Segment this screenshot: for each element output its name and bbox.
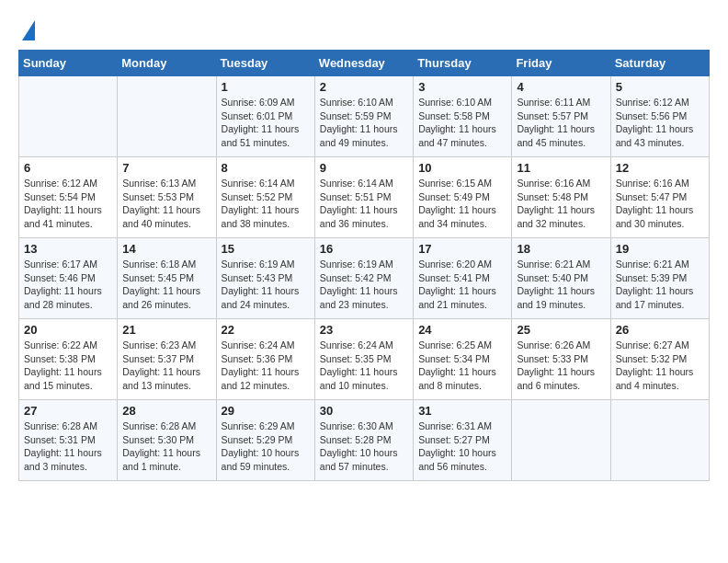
day-info: Sunrise: 6:12 AM Sunset: 5:54 PM Dayligh… (24, 177, 112, 231)
day-info: Sunrise: 6:28 AM Sunset: 5:31 PM Dayligh… (24, 419, 112, 474)
calendar-cell: 12Sunrise: 6:16 AM Sunset: 5:47 PM Dayli… (610, 157, 709, 238)
day-number: 17 (418, 242, 506, 256)
day-info: Sunrise: 6:27 AM Sunset: 5:32 PM Dayligh… (616, 339, 704, 393)
day-number: 14 (122, 242, 210, 256)
calendar-cell: 7Sunrise: 6:13 AM Sunset: 5:53 PM Daylig… (118, 157, 216, 238)
calendar-week-row: 1Sunrise: 6:09 AM Sunset: 6:01 PM Daylig… (19, 76, 710, 157)
day-info: Sunrise: 6:24 AM Sunset: 5:35 PM Dayligh… (320, 339, 408, 393)
day-number: 27 (24, 404, 112, 418)
calendar-cell: 3Sunrise: 6:10 AM Sunset: 5:58 PM Daylig… (414, 76, 512, 157)
calendar-cell: 19Sunrise: 6:21 AM Sunset: 5:39 PM Dayli… (610, 238, 709, 319)
calendar-table: SundayMondayTuesdayWednesdayThursdayFrid… (18, 50, 710, 481)
day-info: Sunrise: 6:19 AM Sunset: 5:42 PM Dayligh… (320, 258, 408, 312)
day-info: Sunrise: 6:15 AM Sunset: 5:49 PM Dayligh… (418, 177, 506, 231)
day-number: 8 (222, 161, 310, 175)
day-number: 3 (418, 80, 506, 94)
day-number: 31 (418, 404, 506, 418)
day-number: 13 (24, 242, 112, 256)
calendar-cell (610, 400, 709, 481)
day-info: Sunrise: 6:24 AM Sunset: 5:36 PM Dayligh… (222, 339, 310, 393)
calendar-header-row: SundayMondayTuesdayWednesdayThursdayFrid… (19, 51, 710, 76)
day-of-week-header: Tuesday (216, 51, 314, 76)
calendar-cell: 2Sunrise: 6:10 AM Sunset: 5:59 PM Daylig… (314, 76, 413, 157)
calendar-week-row: 20Sunrise: 6:22 AM Sunset: 5:38 PM Dayli… (19, 319, 710, 400)
day-number: 20 (24, 323, 112, 337)
calendar-week-row: 6Sunrise: 6:12 AM Sunset: 5:54 PM Daylig… (19, 157, 710, 238)
day-number: 7 (122, 161, 210, 175)
day-info: Sunrise: 6:16 AM Sunset: 5:47 PM Dayligh… (616, 177, 704, 231)
calendar-cell: 31Sunrise: 6:31 AM Sunset: 5:27 PM Dayli… (414, 400, 512, 481)
calendar-cell: 10Sunrise: 6:15 AM Sunset: 5:49 PM Dayli… (414, 157, 512, 238)
day-info: Sunrise: 6:23 AM Sunset: 5:37 PM Dayligh… (122, 339, 210, 393)
day-info: Sunrise: 6:16 AM Sunset: 5:48 PM Dayligh… (517, 177, 605, 231)
day-info: Sunrise: 6:20 AM Sunset: 5:41 PM Dayligh… (418, 258, 506, 312)
day-info: Sunrise: 6:11 AM Sunset: 5:57 PM Dayligh… (517, 96, 605, 150)
day-number: 23 (320, 323, 408, 337)
day-number: 2 (320, 80, 408, 94)
day-number: 18 (517, 242, 605, 256)
calendar-cell: 1Sunrise: 6:09 AM Sunset: 6:01 PM Daylig… (216, 76, 314, 157)
day-number: 21 (122, 323, 210, 337)
day-info: Sunrise: 6:13 AM Sunset: 5:53 PM Dayligh… (122, 177, 210, 231)
calendar-cell: 27Sunrise: 6:28 AM Sunset: 5:31 PM Dayli… (19, 400, 118, 481)
day-number: 5 (616, 80, 704, 94)
day-number: 25 (517, 323, 605, 337)
day-of-week-header: Sunday (19, 51, 118, 76)
calendar-cell: 15Sunrise: 6:19 AM Sunset: 5:43 PM Dayli… (216, 238, 314, 319)
day-number: 4 (517, 80, 605, 94)
calendar-cell (118, 76, 216, 157)
logo (18, 18, 35, 40)
calendar-cell: 17Sunrise: 6:20 AM Sunset: 5:41 PM Dayli… (414, 238, 512, 319)
calendar-cell (19, 76, 118, 157)
day-info: Sunrise: 6:25 AM Sunset: 5:34 PM Dayligh… (418, 339, 506, 393)
calendar-cell: 21Sunrise: 6:23 AM Sunset: 5:37 PM Dayli… (118, 319, 216, 400)
day-info: Sunrise: 6:21 AM Sunset: 5:39 PM Dayligh… (616, 258, 704, 312)
day-number: 10 (418, 161, 506, 175)
day-info: Sunrise: 6:21 AM Sunset: 5:40 PM Dayligh… (517, 258, 605, 312)
day-info: Sunrise: 6:19 AM Sunset: 5:43 PM Dayligh… (222, 258, 310, 312)
calendar-cell: 4Sunrise: 6:11 AM Sunset: 5:57 PM Daylig… (512, 76, 610, 157)
day-number: 16 (320, 242, 408, 256)
day-info: Sunrise: 6:30 AM Sunset: 5:28 PM Dayligh… (320, 419, 408, 474)
calendar-cell: 28Sunrise: 6:28 AM Sunset: 5:30 PM Dayli… (118, 400, 216, 481)
day-info: Sunrise: 6:10 AM Sunset: 5:59 PM Dayligh… (320, 96, 408, 150)
logo-triangle-icon (22, 20, 35, 40)
calendar-cell: 13Sunrise: 6:17 AM Sunset: 5:46 PM Dayli… (19, 238, 118, 319)
day-number: 12 (616, 161, 704, 175)
day-number: 6 (24, 161, 112, 175)
calendar-cell: 14Sunrise: 6:18 AM Sunset: 5:45 PM Dayli… (118, 238, 216, 319)
day-number: 26 (616, 323, 704, 337)
calendar-cell: 26Sunrise: 6:27 AM Sunset: 5:32 PM Dayli… (610, 319, 709, 400)
day-number: 1 (222, 80, 310, 94)
day-number: 22 (222, 323, 310, 337)
calendar-cell: 5Sunrise: 6:12 AM Sunset: 5:56 PM Daylig… (610, 76, 709, 157)
calendar-cell: 16Sunrise: 6:19 AM Sunset: 5:42 PM Dayli… (314, 238, 413, 319)
day-number: 19 (616, 242, 704, 256)
day-number: 30 (320, 404, 408, 418)
day-number: 24 (418, 323, 506, 337)
day-info: Sunrise: 6:09 AM Sunset: 6:01 PM Dayligh… (222, 96, 310, 150)
day-of-week-header: Monday (118, 51, 216, 76)
page-header (18, 18, 710, 40)
calendar-cell: 24Sunrise: 6:25 AM Sunset: 5:34 PM Dayli… (414, 319, 512, 400)
day-of-week-header: Saturday (610, 51, 709, 76)
calendar-cell: 29Sunrise: 6:29 AM Sunset: 5:29 PM Dayli… (216, 400, 314, 481)
calendar-cell: 11Sunrise: 6:16 AM Sunset: 5:48 PM Dayli… (512, 157, 610, 238)
calendar-cell: 23Sunrise: 6:24 AM Sunset: 5:35 PM Dayli… (314, 319, 413, 400)
calendar-cell: 20Sunrise: 6:22 AM Sunset: 5:38 PM Dayli… (19, 319, 118, 400)
day-info: Sunrise: 6:14 AM Sunset: 5:52 PM Dayligh… (222, 177, 310, 231)
calendar-cell: 6Sunrise: 6:12 AM Sunset: 5:54 PM Daylig… (19, 157, 118, 238)
day-info: Sunrise: 6:14 AM Sunset: 5:51 PM Dayligh… (320, 177, 408, 231)
day-info: Sunrise: 6:10 AM Sunset: 5:58 PM Dayligh… (418, 96, 506, 150)
calendar-week-row: 27Sunrise: 6:28 AM Sunset: 5:31 PM Dayli… (19, 400, 710, 481)
day-info: Sunrise: 6:12 AM Sunset: 5:56 PM Dayligh… (616, 96, 704, 150)
day-number: 29 (222, 404, 310, 418)
day-of-week-header: Thursday (414, 51, 512, 76)
day-number: 28 (122, 404, 210, 418)
day-info: Sunrise: 6:31 AM Sunset: 5:27 PM Dayligh… (418, 419, 506, 474)
day-info: Sunrise: 6:28 AM Sunset: 5:30 PM Dayligh… (122, 419, 210, 474)
calendar-cell: 30Sunrise: 6:30 AM Sunset: 5:28 PM Dayli… (314, 400, 413, 481)
calendar-cell: 25Sunrise: 6:26 AM Sunset: 5:33 PM Dayli… (512, 319, 610, 400)
day-info: Sunrise: 6:29 AM Sunset: 5:29 PM Dayligh… (222, 419, 310, 474)
day-of-week-header: Wednesday (314, 51, 413, 76)
